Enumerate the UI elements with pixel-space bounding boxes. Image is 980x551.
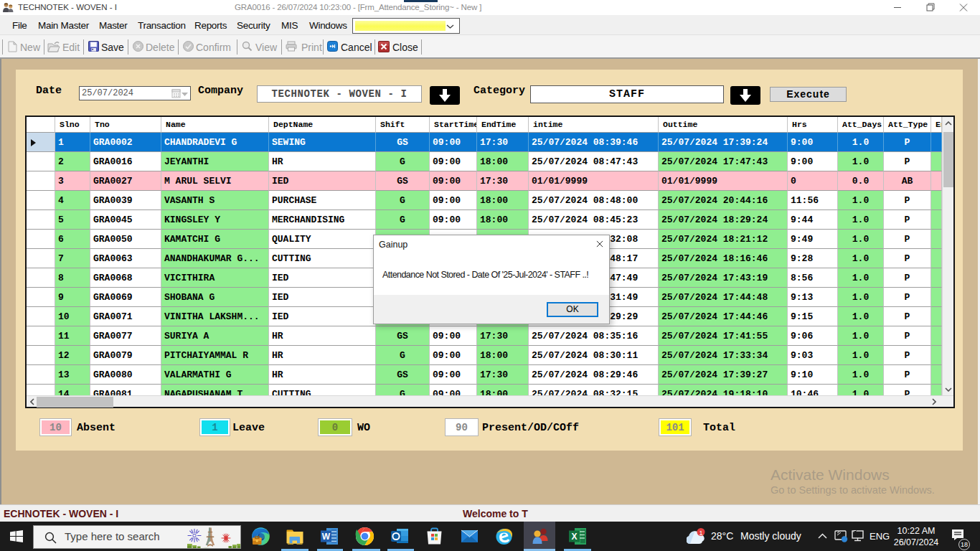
svg-text:X: X <box>571 532 577 542</box>
svg-text:1: 1 <box>699 529 702 537</box>
svg-text:W: W <box>322 532 331 542</box>
